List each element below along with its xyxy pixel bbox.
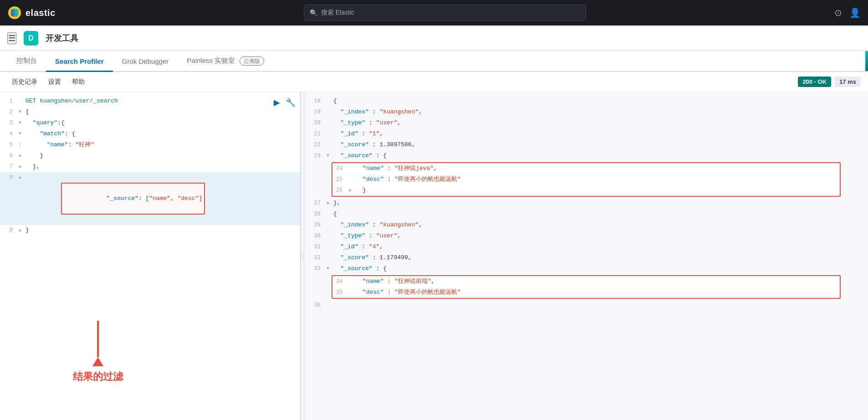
editor-line-9: 9 ▲ }: [0, 225, 300, 236]
result-line-21: 21 "_id" : "1",: [304, 128, 868, 139]
search-bar[interactable]: 🔍 搜索 Elastic: [304, 5, 586, 21]
top-nav: elastic 🔍 搜索 Elastic ⊙ 👤: [0, 0, 868, 26]
tab-bar-indicator: [865, 51, 868, 71]
editor-pane: 1 GET kuangshen/user/_search 2 ▼ { 3 ▼ "…: [0, 92, 301, 420]
run-button[interactable]: ▶: [273, 97, 281, 108]
toolbar-right: 200 - OK 17 ms: [798, 77, 861, 87]
svg-point-4: [14, 9, 19, 16]
result-line-30: 30 "_type" : "user",: [304, 230, 868, 241]
search-icon: 🔍: [310, 9, 317, 16]
code-editor[interactable]: 1 GET kuangshen/user/_search 2 ▼ { 3 ▼ "…: [0, 92, 300, 420]
editor-line-1: 1 GET kuangshen/user/_search: [0, 96, 300, 107]
user-icon[interactable]: 👤: [849, 7, 861, 18]
nav-right: ⊙ 👤: [834, 7, 861, 18]
editor-line-2: 2 ▼ {: [0, 107, 300, 118]
results-pane[interactable]: 18 { 19 "_index" : "kuangshen", 20 "_typ…: [304, 92, 868, 420]
result-line-18: 18 {: [304, 96, 868, 107]
result-line-25: 25 "desc" : "即使再小的帆也能远航": [332, 174, 840, 185]
editor-actions: ▶ 🔧: [273, 97, 296, 108]
tab-console[interactable]: 控制台: [7, 51, 46, 72]
result-red-box-2: 34 "name" : "狂神说前端", 35 "desc" : "即使再小的帆…: [332, 275, 841, 299]
tab-bar: 控制台 Search Profiler Grok Debugger Painle…: [0, 51, 868, 72]
result-line-19: 19 "_index" : "kuangshen",: [304, 107, 868, 118]
app-header: ☰ D 开发工具: [0, 26, 868, 51]
result-line-29: 29 "_index" : "kuangshen",: [304, 220, 868, 230]
logo-text: elastic: [26, 8, 56, 18]
settings-button[interactable]: 设置: [44, 75, 66, 89]
result-line-26: 26 ▲ }: [332, 185, 840, 196]
main-content: 1 GET kuangshen/user/_search 2 ▼ { 3 ▼ "…: [0, 92, 868, 420]
help-button[interactable]: 帮助: [67, 75, 89, 89]
result-line-31: 31 "_id" : "4",: [304, 241, 868, 252]
time-badge: 17 ms: [835, 77, 861, 87]
elastic-logo-icon: [7, 5, 22, 20]
app-icon: D: [24, 31, 38, 46]
painless-badge: 公测版: [240, 56, 264, 66]
app-title: 开发工具: [46, 33, 78, 44]
tab-search-profiler[interactable]: Search Profiler: [46, 52, 113, 72]
search-placeholder: 搜索 Elastic: [321, 9, 354, 17]
result-line-33: 33 ▼ "_source" : {: [304, 263, 868, 274]
result-line-23: 23 ▼ "_source" : {: [304, 150, 868, 161]
result-line-20: 20 "_type" : "user",: [304, 118, 868, 128]
notifications-icon[interactable]: ⊙: [834, 7, 842, 18]
history-button[interactable]: 历史记录: [7, 75, 42, 89]
result-line-34: 34 "name" : "狂神说前端",: [332, 276, 840, 287]
nav-left: elastic: [7, 5, 56, 20]
pane-divider[interactable]: ⋮: [301, 92, 304, 420]
result-line-35: 35 "desc" : "即使再小的帆也能远航": [332, 287, 840, 298]
editor-line-6: 6 ▲ }: [0, 150, 300, 161]
elastic-logo[interactable]: elastic: [7, 5, 56, 20]
result-line-28: 28 {: [304, 209, 868, 220]
editor-line-3: 3 ▼ "query":{: [0, 118, 300, 128]
result-line-27: 27 ▲ },: [304, 198, 868, 209]
editor-line-8: 8 ▲ "_source": ["name", "desc"]: [0, 172, 300, 225]
result-red-box-1: 24 "name" : "狂神说java", 25 "desc" : "即使再小…: [332, 162, 841, 197]
result-line-22: 22 "_score" : 1.3097506,: [304, 139, 868, 150]
hamburger-menu[interactable]: ☰: [7, 32, 16, 44]
result-line-32: 32 "_score" : 1.179499,: [304, 252, 868, 263]
toolbar-left: 历史记录 设置 帮助: [7, 75, 89, 89]
status-badge: 200 - OK: [798, 77, 831, 87]
tab-grok-debugger[interactable]: Grok Debugger: [113, 52, 178, 72]
result-line-36: 36: [304, 300, 868, 311]
editor-line-7: 7 ▲ },: [0, 161, 300, 172]
wrench-button[interactable]: 🔧: [285, 97, 296, 108]
editor-line-4: 4 ▼ "match": {: [0, 128, 300, 139]
tab-painless-lab[interactable]: Painless 实验室 公测版: [178, 51, 273, 72]
editor-line-5: 5 | "name": "狂神": [0, 139, 300, 150]
result-line-24: 24 "name" : "狂神说java",: [332, 163, 840, 174]
toolbar: 历史记录 设置 帮助 200 - OK 17 ms: [0, 72, 868, 92]
